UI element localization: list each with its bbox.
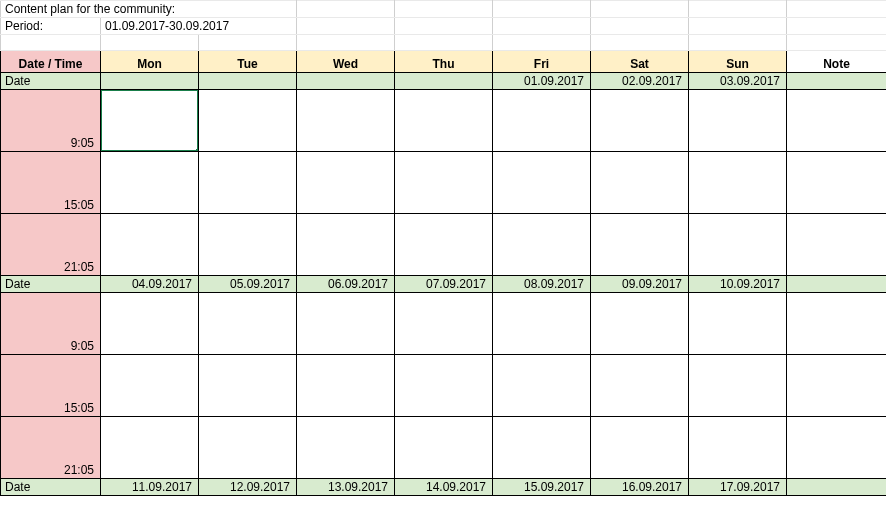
content-cell[interactable] bbox=[199, 417, 297, 479]
content-cell[interactable] bbox=[591, 152, 689, 214]
content-cell-selected[interactable] bbox=[101, 90, 199, 152]
date-cell[interactable]: 13.09.2017 bbox=[297, 479, 395, 496]
date-cell[interactable]: 02.09.2017 bbox=[591, 73, 689, 90]
date-cell[interactable] bbox=[395, 73, 493, 90]
content-cell[interactable] bbox=[591, 417, 689, 479]
date-cell[interactable] bbox=[297, 73, 395, 90]
content-cell[interactable] bbox=[297, 152, 395, 214]
header-row: Date / Time Mon Tue Wed Thu Fri Sat Sun … bbox=[1, 51, 887, 73]
time-row: 21:05 bbox=[1, 214, 887, 276]
content-cell[interactable] bbox=[493, 152, 591, 214]
header-day-tue[interactable]: Tue bbox=[199, 51, 297, 73]
date-cell[interactable]: 01.09.2017 bbox=[493, 73, 591, 90]
date-label[interactable]: Date bbox=[1, 73, 101, 90]
date-cell[interactable] bbox=[199, 73, 297, 90]
content-cell[interactable] bbox=[689, 355, 787, 417]
time-label[interactable]: 21:05 bbox=[1, 214, 101, 276]
title-cell[interactable]: Content plan for the community: bbox=[1, 1, 297, 18]
content-cell[interactable] bbox=[493, 90, 591, 152]
content-cell[interactable] bbox=[493, 417, 591, 479]
content-cell[interactable] bbox=[199, 293, 297, 355]
note-cell[interactable] bbox=[787, 479, 886, 496]
content-cell[interactable] bbox=[493, 214, 591, 276]
content-cell[interactable] bbox=[199, 152, 297, 214]
header-datetime[interactable]: Date / Time bbox=[1, 51, 101, 73]
date-cell[interactable]: 15.09.2017 bbox=[493, 479, 591, 496]
date-cell[interactable]: 11.09.2017 bbox=[101, 479, 199, 496]
content-cell[interactable] bbox=[297, 214, 395, 276]
content-cell[interactable] bbox=[493, 293, 591, 355]
content-cell[interactable] bbox=[591, 90, 689, 152]
content-cell[interactable] bbox=[689, 417, 787, 479]
note-cell[interactable] bbox=[787, 90, 886, 152]
date-cell[interactable]: 12.09.2017 bbox=[199, 479, 297, 496]
period-value-cell[interactable]: 01.09.2017-30.09.2017 bbox=[101, 18, 297, 35]
content-cell[interactable] bbox=[297, 293, 395, 355]
time-label[interactable]: 21:05 bbox=[1, 417, 101, 479]
date-cell[interactable]: 14.09.2017 bbox=[395, 479, 493, 496]
time-label[interactable]: 15:05 bbox=[1, 152, 101, 214]
date-cell[interactable]: 09.09.2017 bbox=[591, 276, 689, 293]
content-cell[interactable] bbox=[591, 293, 689, 355]
header-day-thu[interactable]: Thu bbox=[395, 51, 493, 73]
content-cell[interactable] bbox=[493, 355, 591, 417]
content-cell[interactable] bbox=[199, 355, 297, 417]
time-label[interactable]: 9:05 bbox=[1, 90, 101, 152]
header-day-sun[interactable]: Sun bbox=[689, 51, 787, 73]
time-row: 15:05 bbox=[1, 152, 887, 214]
note-cell[interactable] bbox=[787, 73, 886, 90]
date-cell[interactable]: 05.09.2017 bbox=[199, 276, 297, 293]
note-cell[interactable] bbox=[787, 152, 886, 214]
content-cell[interactable] bbox=[101, 152, 199, 214]
date-label[interactable]: Date bbox=[1, 479, 101, 496]
content-cell[interactable] bbox=[395, 293, 493, 355]
note-cell[interactable] bbox=[787, 417, 886, 479]
content-cell[interactable] bbox=[395, 214, 493, 276]
content-cell[interactable] bbox=[395, 152, 493, 214]
content-cell[interactable] bbox=[689, 293, 787, 355]
date-cell[interactable]: 17.09.2017 bbox=[689, 479, 787, 496]
date-label[interactable]: Date bbox=[1, 276, 101, 293]
date-cell[interactable]: 10.09.2017 bbox=[689, 276, 787, 293]
title-row: Content plan for the community: bbox=[1, 1, 887, 18]
header-day-wed[interactable]: Wed bbox=[297, 51, 395, 73]
note-cell[interactable] bbox=[787, 293, 886, 355]
content-cell[interactable] bbox=[101, 417, 199, 479]
date-cell[interactable]: 06.09.2017 bbox=[297, 276, 395, 293]
date-row-2: Date 04.09.2017 05.09.2017 06.09.2017 07… bbox=[1, 276, 887, 293]
header-note[interactable]: Note bbox=[787, 51, 886, 73]
content-cell[interactable] bbox=[395, 90, 493, 152]
date-cell[interactable]: 08.09.2017 bbox=[493, 276, 591, 293]
header-day-mon[interactable]: Mon bbox=[101, 51, 199, 73]
content-cell[interactable] bbox=[689, 152, 787, 214]
content-cell[interactable] bbox=[101, 214, 199, 276]
period-label-cell[interactable]: Period: bbox=[1, 18, 101, 35]
date-cell[interactable] bbox=[101, 73, 199, 90]
note-cell[interactable] bbox=[787, 355, 886, 417]
content-cell[interactable] bbox=[101, 293, 199, 355]
date-cell[interactable]: 07.09.2017 bbox=[395, 276, 493, 293]
content-cell[interactable] bbox=[101, 355, 199, 417]
time-row: 21:05 bbox=[1, 417, 887, 479]
note-cell[interactable] bbox=[787, 276, 886, 293]
content-cell[interactable] bbox=[689, 214, 787, 276]
note-cell[interactable] bbox=[787, 214, 886, 276]
header-day-fri[interactable]: Fri bbox=[493, 51, 591, 73]
time-label[interactable]: 9:05 bbox=[1, 293, 101, 355]
content-cell[interactable] bbox=[689, 90, 787, 152]
date-row-3: Date 11.09.2017 12.09.2017 13.09.2017 14… bbox=[1, 479, 887, 496]
content-cell[interactable] bbox=[297, 90, 395, 152]
content-cell[interactable] bbox=[297, 417, 395, 479]
content-cell[interactable] bbox=[297, 355, 395, 417]
header-day-sat[interactable]: Sat bbox=[591, 51, 689, 73]
content-cell[interactable] bbox=[395, 355, 493, 417]
content-cell[interactable] bbox=[395, 417, 493, 479]
content-cell[interactable] bbox=[591, 355, 689, 417]
content-cell[interactable] bbox=[591, 214, 689, 276]
content-cell[interactable] bbox=[199, 214, 297, 276]
date-cell[interactable]: 04.09.2017 bbox=[101, 276, 199, 293]
content-cell[interactable] bbox=[199, 90, 297, 152]
date-cell[interactable]: 16.09.2017 bbox=[591, 479, 689, 496]
date-cell[interactable]: 03.09.2017 bbox=[689, 73, 787, 90]
time-label[interactable]: 15:05 bbox=[1, 355, 101, 417]
